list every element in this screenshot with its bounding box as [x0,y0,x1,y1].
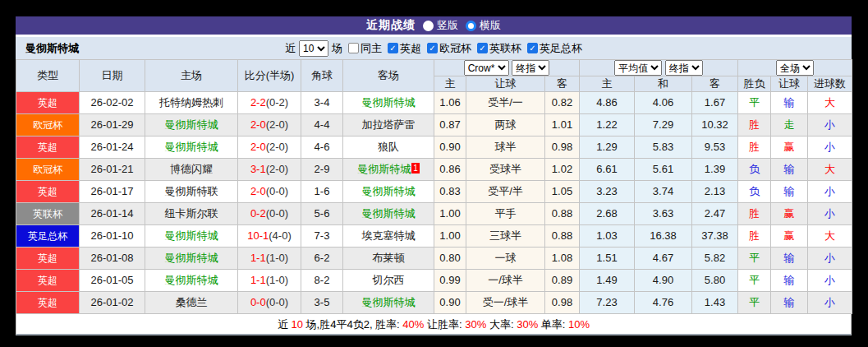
match-date: 26-01-14 [80,203,145,225]
horizontal-layout-option[interactable]: 横版 [466,18,501,33]
score-cell: 2-0(2-0) [238,136,301,159]
avg-period-select[interactable]: 终指 [665,60,703,76]
away-team-link[interactable]: 埃克塞特城 [362,229,416,242]
handicap-result-cell: 输 [771,248,808,270]
score-cell: 2-2(0-2) [238,92,301,114]
league-filter-checkbox[interactable]: ✓ [477,43,488,53]
sub-column-header: 进球数 [808,76,852,92]
away-team-link[interactable]: 曼彻斯特城 [362,296,416,308]
corners-cell: 3-5 [301,292,343,314]
league-type-badge: 英超 [16,292,80,314]
column-header: 客场 [343,60,434,92]
away-team-cell: 埃克塞特城 [343,225,434,248]
home-team-cell: 曼彻斯特城 [145,225,238,248]
avg-away-odds: 9.53 [692,136,738,159]
avg-away-odds: 1.39 [692,159,738,181]
vertical-radio-label[interactable]: 竖版 [437,18,458,33]
avg-draw-odds: 5.61 [635,159,692,181]
same-home-checkbox[interactable] [348,43,359,53]
horizontal-radio-label[interactable]: 横版 [480,18,501,33]
home-team-link[interactable]: 曼彻斯特城 [165,274,218,286]
result-cell: 平 [738,248,771,270]
vertical-radio-icon[interactable] [423,21,434,31]
summary-text-part: 大率: [489,318,514,331]
avg-home-odds: 3.23 [580,181,635,203]
bookmaker-select[interactable]: Crow* [464,60,509,76]
fulltime-score: 2-0 [250,141,266,153]
crow-odds-header: Crow* 终指 [434,60,580,76]
crow-away-odds: 0.82 [545,92,580,114]
away-team-link[interactable]: 曼彻斯特城 [362,207,416,220]
home-team-link[interactable]: 曼彻斯特城 [165,252,218,264]
goals-result-cell: 大 [808,92,852,114]
away-team-link[interactable]: 曼彻斯特城 [362,185,416,197]
avg-draw-odds: 5.83 [635,136,692,159]
avg-draw-odds: 16.38 [635,225,692,248]
league-filter-checkbox[interactable]: ✓ [527,43,538,53]
home-team-cell: 曼彻斯特城 [145,248,238,270]
away-team-link[interactable]: 曼彻斯特城 [357,163,411,175]
league-filter-label[interactable]: 欧冠杯 [439,41,471,56]
away-team-link[interactable]: 布莱顿 [373,252,405,264]
sub-column-header: 让球 [771,76,808,92]
halftime-score: (1-0) [266,274,288,286]
league-type-badge: 英超 [16,270,80,292]
result-cell: 负 [738,181,771,203]
fulltime-score: 10-1 [247,229,269,242]
match-date: 26-01-29 [80,114,145,136]
away-team-link[interactable]: 狼队 [378,141,399,153]
league-filter-checkbox[interactable]: ✓ [388,43,398,53]
avg-away-odds: 37.38 [692,225,738,248]
match-date: 26-01-17 [80,181,145,203]
match-row: 英超 26-01-05 曼彻斯特城 1-1(1-0) 8-2 切尔西 0.99 … [16,270,852,292]
crow-away-odds: 1.05 [545,181,580,203]
home-team-cell: 曼彻斯特城 [145,114,238,136]
home-team-link[interactable]: 曼彻斯特城 [165,141,218,153]
score-cell: 2-0(2-0) [238,114,301,136]
scope-select[interactable]: 全场 [776,60,814,76]
crow-home-odds: 0.80 [434,248,466,270]
avg-home-odds: 1.51 [580,248,635,270]
horizontal-radio-icon[interactable] [466,21,476,31]
result-cell: 负 [738,159,771,181]
average-select[interactable]: 平均值 [614,60,662,76]
avg-away-odds: 5.82 [692,248,738,270]
same-home-label[interactable]: 同主 [361,41,382,56]
home-team-link[interactable]: 曼彻斯特城 [165,118,218,131]
match-date: 26-01-05 [80,270,145,292]
crow-home-odds: 0.86 [434,159,466,181]
league-type-badge: 英联杯 [16,203,80,225]
home-team-link[interactable]: 托特纳姆热刺 [159,96,223,109]
column-header: 类型 [16,60,80,92]
away-team-link[interactable]: 加拉塔萨雷 [362,118,416,131]
match-count-select[interactable]: 10 [299,40,328,57]
league-filter-label[interactable]: 英联杯 [489,41,521,56]
away-team-cell: 狼队 [343,136,434,159]
home-team-link[interactable]: 博德闪耀 [170,163,213,175]
league-filter-label[interactable]: 英超 [400,41,421,56]
title-bar: 近期战绩 竖版 横版 [16,16,852,37]
halftime-score: (0-2) [266,96,288,109]
crow-handicap: 受球半 [466,159,545,181]
league-type-badge: 英超 [16,248,80,270]
sub-column-header: 客 [692,76,738,92]
halftime-score: (2-0) [266,118,288,131]
crow-period-select[interactable]: 终指 [512,60,549,76]
handicap-result-cell: 输 [771,270,808,292]
sub-column-header: 胜负 [738,76,771,92]
home-team-link[interactable]: 桑德兰 [176,296,208,308]
league-type-badge: 英超 [16,181,80,203]
avg-draw-odds: 4.90 [635,270,692,292]
column-header: 比分(半场) [238,60,301,92]
away-team-link[interactable]: 切尔西 [373,274,405,286]
fulltime-score: 2-2 [250,96,266,109]
home-team-link[interactable]: 纽卡斯尔联 [165,207,218,220]
away-team-link[interactable]: 曼彻斯特城 [362,96,416,109]
result-cell: 胜 [738,203,771,225]
home-team-link[interactable]: 曼彻斯特城 [165,229,218,242]
league-filter-checkbox[interactable]: ✓ [427,43,438,53]
home-team-link[interactable]: 曼彻斯特联 [165,185,218,197]
vertical-layout-option[interactable]: 竖版 [423,18,458,33]
league-filter-label[interactable]: 英足总杯 [540,41,582,56]
goals-result-cell: 小 [808,248,852,270]
